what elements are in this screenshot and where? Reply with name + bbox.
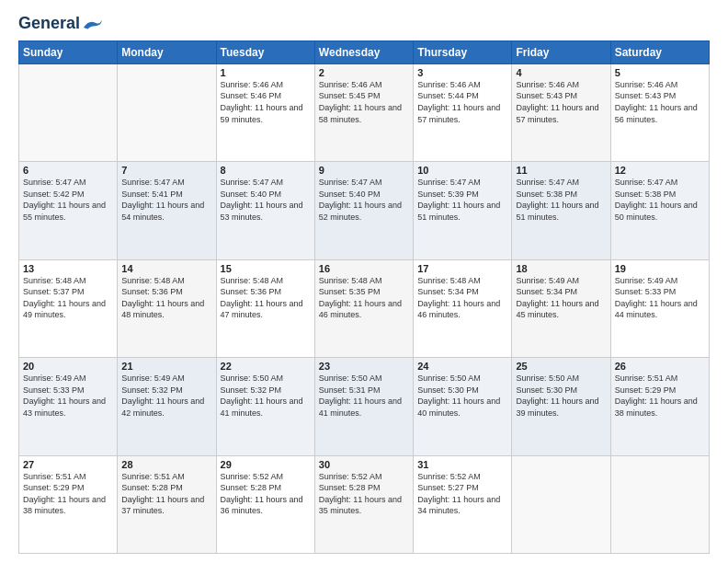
day-sun-info: Sunrise: 5:47 AMSunset: 5:40 PMDaylight:… <box>319 177 409 223</box>
day-number: 6 <box>23 165 113 176</box>
day-sun-info: Sunrise: 5:49 AMSunset: 5:34 PMDaylight:… <box>516 275 606 321</box>
calendar-cell: 30Sunrise: 5:52 AMSunset: 5:28 PMDayligh… <box>314 455 413 553</box>
day-sun-info: Sunrise: 5:51 AMSunset: 5:29 PMDaylight:… <box>23 471 113 517</box>
day-number: 1 <box>221 67 311 78</box>
calendar-cell <box>610 455 709 553</box>
day-sun-info: Sunrise: 5:48 AMSunset: 5:34 PMDaylight:… <box>417 275 507 321</box>
calendar-cell: 12Sunrise: 5:47 AMSunset: 5:38 PMDayligh… <box>610 162 709 259</box>
day-sun-info: Sunrise: 5:47 AMSunset: 5:39 PMDaylight:… <box>417 177 507 223</box>
calendar-cell <box>118 63 216 161</box>
day-number: 24 <box>417 361 507 372</box>
page: General SundayMondayTuesdayWednesdayThur… <box>0 0 728 563</box>
day-number: 26 <box>615 361 705 372</box>
calendar-cell: 3Sunrise: 5:46 AMSunset: 5:44 PMDaylight… <box>414 63 512 161</box>
day-sun-info: Sunrise: 5:50 AMSunset: 5:30 PMDaylight:… <box>417 373 507 419</box>
day-number: 13 <box>23 263 113 274</box>
calendar-cell: 27Sunrise: 5:51 AMSunset: 5:29 PMDayligh… <box>19 455 118 553</box>
logo: General <box>18 15 104 33</box>
day-sun-info: Sunrise: 5:46 AMSunset: 5:44 PMDaylight:… <box>417 79 507 125</box>
calendar-cell: 2Sunrise: 5:46 AMSunset: 5:45 PMDaylight… <box>314 63 413 161</box>
day-number: 8 <box>221 165 311 176</box>
day-number: 30 <box>319 459 409 470</box>
day-number: 11 <box>516 165 606 176</box>
day-sun-info: Sunrise: 5:49 AMSunset: 5:33 PMDaylight:… <box>23 373 113 419</box>
day-sun-info: Sunrise: 5:48 AMSunset: 5:36 PMDaylight:… <box>121 275 211 321</box>
calendar-cell: 16Sunrise: 5:48 AMSunset: 5:35 PMDayligh… <box>314 259 413 357</box>
calendar-cell: 17Sunrise: 5:48 AMSunset: 5:34 PMDayligh… <box>414 259 512 357</box>
calendar-cell: 26Sunrise: 5:51 AMSunset: 5:29 PMDayligh… <box>610 358 709 455</box>
day-sun-info: Sunrise: 5:47 AMSunset: 5:40 PMDaylight:… <box>221 177 311 223</box>
day-sun-info: Sunrise: 5:51 AMSunset: 5:28 PMDaylight:… <box>121 471 211 517</box>
day-number: 14 <box>121 263 211 274</box>
day-number: 25 <box>516 361 606 372</box>
week-row-5: 27Sunrise: 5:51 AMSunset: 5:29 PMDayligh… <box>19 455 710 553</box>
calendar-cell: 18Sunrise: 5:49 AMSunset: 5:34 PMDayligh… <box>512 259 610 357</box>
calendar-cell: 31Sunrise: 5:52 AMSunset: 5:27 PMDayligh… <box>414 455 512 553</box>
day-number: 15 <box>221 263 311 274</box>
calendar-cell: 25Sunrise: 5:50 AMSunset: 5:30 PMDayligh… <box>512 358 610 455</box>
week-row-1: 1Sunrise: 5:46 AMSunset: 5:46 PMDaylight… <box>19 63 710 161</box>
day-sun-info: Sunrise: 5:47 AMSunset: 5:41 PMDaylight:… <box>121 177 211 223</box>
day-number: 28 <box>121 459 211 470</box>
weekday-header-row: SundayMondayTuesdayWednesdayThursdayFrid… <box>19 40 710 63</box>
calendar-cell: 14Sunrise: 5:48 AMSunset: 5:36 PMDayligh… <box>118 259 216 357</box>
weekday-header-friday: Friday <box>512 40 610 63</box>
day-number: 31 <box>417 459 507 470</box>
week-row-4: 20Sunrise: 5:49 AMSunset: 5:33 PMDayligh… <box>19 358 710 455</box>
day-sun-info: Sunrise: 5:46 AMSunset: 5:45 PMDaylight:… <box>319 79 409 125</box>
day-sun-info: Sunrise: 5:50 AMSunset: 5:30 PMDaylight:… <box>516 373 606 419</box>
day-number: 5 <box>615 67 705 78</box>
day-number: 2 <box>319 67 409 78</box>
day-sun-info: Sunrise: 5:52 AMSunset: 5:27 PMDaylight:… <box>417 471 507 517</box>
day-sun-info: Sunrise: 5:46 AMSunset: 5:43 PMDaylight:… <box>615 79 705 125</box>
day-sun-info: Sunrise: 5:49 AMSunset: 5:32 PMDaylight:… <box>121 373 211 419</box>
header: General <box>18 15 710 33</box>
day-sun-info: Sunrise: 5:52 AMSunset: 5:28 PMDaylight:… <box>319 471 409 517</box>
calendar-cell <box>512 455 610 553</box>
weekday-header-thursday: Thursday <box>414 40 512 63</box>
day-sun-info: Sunrise: 5:48 AMSunset: 5:36 PMDaylight:… <box>221 275 311 321</box>
calendar-cell: 10Sunrise: 5:47 AMSunset: 5:39 PMDayligh… <box>414 162 512 259</box>
day-sun-info: Sunrise: 5:47 AMSunset: 5:38 PMDaylight:… <box>516 177 606 223</box>
day-number: 29 <box>221 459 311 470</box>
logo-bird-icon <box>82 17 104 30</box>
day-number: 19 <box>615 263 705 274</box>
day-sun-info: Sunrise: 5:47 AMSunset: 5:42 PMDaylight:… <box>23 177 113 223</box>
day-number: 18 <box>516 263 606 274</box>
weekday-header-saturday: Saturday <box>610 40 709 63</box>
calendar-cell: 13Sunrise: 5:48 AMSunset: 5:37 PMDayligh… <box>19 259 118 357</box>
logo-general: General <box>18 15 80 33</box>
day-sun-info: Sunrise: 5:47 AMSunset: 5:38 PMDaylight:… <box>615 177 705 223</box>
calendar-cell: 19Sunrise: 5:49 AMSunset: 5:33 PMDayligh… <box>610 259 709 357</box>
weekday-header-sunday: Sunday <box>19 40 118 63</box>
calendar-cell: 15Sunrise: 5:48 AMSunset: 5:36 PMDayligh… <box>216 259 314 357</box>
day-sun-info: Sunrise: 5:48 AMSunset: 5:37 PMDaylight:… <box>23 275 113 321</box>
calendar-cell: 28Sunrise: 5:51 AMSunset: 5:28 PMDayligh… <box>118 455 216 553</box>
calendar-cell: 20Sunrise: 5:49 AMSunset: 5:33 PMDayligh… <box>19 358 118 455</box>
calendar-cell: 6Sunrise: 5:47 AMSunset: 5:42 PMDaylight… <box>19 162 118 259</box>
day-number: 27 <box>23 459 113 470</box>
day-sun-info: Sunrise: 5:49 AMSunset: 5:33 PMDaylight:… <box>615 275 705 321</box>
calendar-cell: 29Sunrise: 5:52 AMSunset: 5:28 PMDayligh… <box>216 455 314 553</box>
calendar-cell: 4Sunrise: 5:46 AMSunset: 5:43 PMDaylight… <box>512 63 610 161</box>
day-number: 16 <box>319 263 409 274</box>
day-number: 10 <box>417 165 507 176</box>
day-sun-info: Sunrise: 5:46 AMSunset: 5:43 PMDaylight:… <box>516 79 606 125</box>
day-number: 12 <box>615 165 705 176</box>
calendar-cell: 8Sunrise: 5:47 AMSunset: 5:40 PMDaylight… <box>216 162 314 259</box>
calendar-cell: 21Sunrise: 5:49 AMSunset: 5:32 PMDayligh… <box>118 358 216 455</box>
calendar-cell: 22Sunrise: 5:50 AMSunset: 5:32 PMDayligh… <box>216 358 314 455</box>
day-number: 20 <box>23 361 113 372</box>
calendar-cell <box>19 63 118 161</box>
weekday-header-monday: Monday <box>118 40 216 63</box>
day-number: 4 <box>516 67 606 78</box>
calendar-cell: 5Sunrise: 5:46 AMSunset: 5:43 PMDaylight… <box>610 63 709 161</box>
weekday-header-wednesday: Wednesday <box>314 40 413 63</box>
week-row-3: 13Sunrise: 5:48 AMSunset: 5:37 PMDayligh… <box>19 259 710 357</box>
day-number: 22 <box>221 361 311 372</box>
day-number: 9 <box>319 165 409 176</box>
day-number: 17 <box>417 263 507 274</box>
calendar-cell: 7Sunrise: 5:47 AMSunset: 5:41 PMDaylight… <box>118 162 216 259</box>
day-number: 21 <box>121 361 211 372</box>
day-sun-info: Sunrise: 5:52 AMSunset: 5:28 PMDaylight:… <box>221 471 311 517</box>
